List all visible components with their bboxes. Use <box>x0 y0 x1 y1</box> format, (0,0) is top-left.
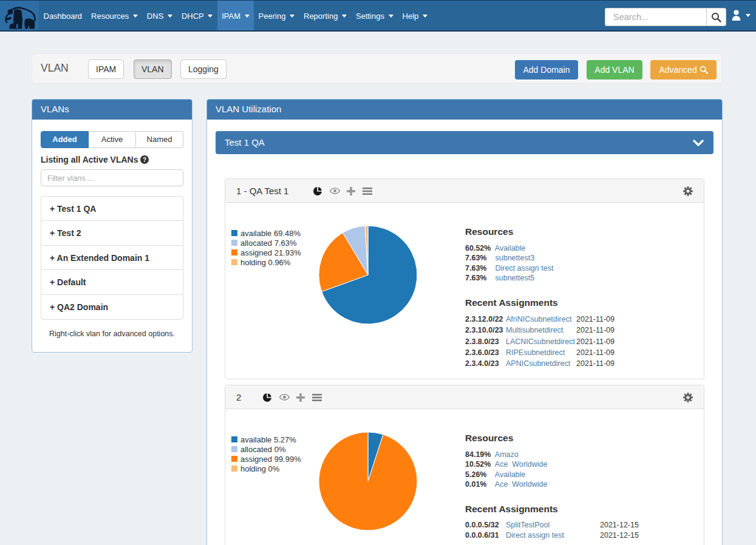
svg-text:?: ? <box>143 157 146 163</box>
